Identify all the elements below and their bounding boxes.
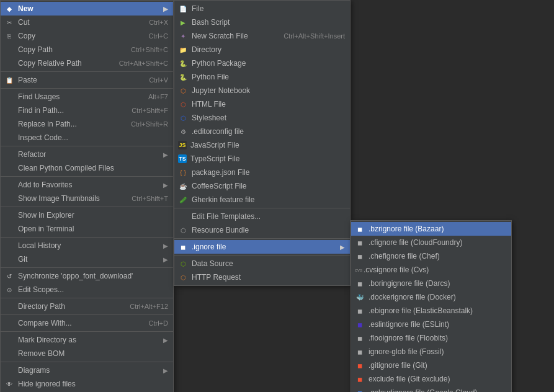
menu-copy-rel-path[interactable]: Copy Relative Path Ctrl+Alt+Shift+C	[1, 56, 173, 70]
l2-data-source[interactable]: ⬡ Data Source	[174, 257, 350, 270]
hide-ignored-icon: 👁	[4, 379, 14, 389]
new-icon: ◆	[4, 4, 14, 14]
sync-icon: ↺	[4, 271, 14, 281]
l2-package-json[interactable]: { } package.json File	[174, 166, 350, 179]
mark-dir-icon	[4, 335, 14, 345]
file-icon: 📄	[178, 4, 188, 14]
l3-dockerignore[interactable]: 🐳 .dockerignore file (Docker)	[351, 290, 511, 304]
refactor-icon	[4, 149, 14, 159]
glob-icon: ◼	[355, 347, 365, 357]
replace-icon	[4, 119, 14, 129]
l2-editorconfig[interactable]: ⚙ .editorconfig file	[174, 125, 350, 138]
l2-typescript[interactable]: TS TypeScript File	[174, 152, 350, 166]
menu-open-terminal[interactable]: Open in Terminal	[1, 222, 173, 236]
menu-hide-ignored[interactable]: 👁 Hide ignored files	[1, 377, 173, 391]
edit-templates-icon	[178, 212, 188, 221]
l2-edit-templates[interactable]: Edit File Templates...	[174, 210, 350, 223]
menu-compare-with[interactable]: Compare With... Ctrl+D	[1, 316, 173, 330]
l2-coffeescript[interactable]: ☕ CoffeeScript File	[174, 179, 350, 193]
l2-http-request[interactable]: ⬡ HTTP Request	[174, 270, 350, 284]
http-icon: ⬡	[178, 272, 188, 282]
l3-ignore-glob[interactable]: ◼ ignore-glob file (Fossil)	[351, 345, 511, 359]
menu-new-header[interactable]: ◆ New ▶	[1, 2, 173, 16]
l2-javascript[interactable]: JS JavaScript File	[174, 138, 350, 152]
favorites-arrow: ▶	[163, 182, 168, 189]
boring-icon: ◼	[355, 278, 365, 288]
l3-git-exclude[interactable]: ◼ exclude file (Git exclude)	[351, 372, 511, 386]
find-usages-icon	[4, 92, 14, 102]
context-menu: ◆ New ▶ ✂ Cut Ctrl+X ⎘ Copy Ctrl+C Copy …	[0, 0, 174, 392]
menu-edit-scopes[interactable]: ⊙ Edit Scopes...	[1, 283, 173, 296]
l3-bzrignore[interactable]: ◼ .bzrignore file (Bazaar)	[351, 222, 511, 236]
l2-python-file[interactable]: 🐍 Python File	[174, 70, 350, 84]
eb-icon: ◼	[355, 306, 365, 316]
l2-file[interactable]: 📄 File	[174, 2, 350, 16]
coffee-icon: ☕	[178, 181, 188, 191]
l3-flooignore[interactable]: ◼ .flooignore file (Floobits)	[351, 331, 511, 345]
menu-remove-bom[interactable]: Remove BOM	[1, 347, 173, 360]
menu-git[interactable]: Git ▶	[1, 252, 173, 266]
menu-replace-in-path[interactable]: Replace in Path... Ctrl+Shift+R	[1, 117, 173, 131]
menu-diagrams[interactable]: Diagrams ▶	[1, 363, 173, 377]
bash-icon: ▶	[178, 17, 188, 27]
menu-directory-path[interactable]: Directory Path Ctrl+Alt+F12	[1, 300, 173, 313]
menu-show-thumbnails[interactable]: Show Image Thumbnails Ctrl+Shift+T	[1, 192, 173, 205]
resource-icon: ⬡	[178, 225, 188, 235]
menu-cut[interactable]: ✂ Cut Ctrl+X	[1, 16, 173, 29]
menu-paste[interactable]: 📋 Paste Ctrl+V	[1, 73, 173, 87]
l3-gitignore[interactable]: ◼ .gitignore file (Git)	[351, 359, 511, 372]
l2-bash[interactable]: ▶ Bash Script	[174, 16, 350, 29]
l2-scratch[interactable]: ✦ New Scratch File Ctrl+Alt+Shift+Insert	[174, 29, 350, 43]
menu-clean-python[interactable]: Clean Python Compiled Files	[1, 161, 173, 175]
menu-copy-path[interactable]: Copy Path Ctrl+Shift+C	[1, 43, 173, 56]
find-path-icon	[4, 105, 14, 115]
menu-synchronize[interactable]: ↺ Synchronize 'oppo_font_download'	[1, 269, 173, 283]
menu-inspect-code[interactable]: Inspect Code...	[1, 131, 173, 145]
l3-eslintignore[interactable]: ◼ .eslintignore file (ESLint)	[351, 318, 511, 331]
datasource-icon: ⬡	[178, 259, 188, 269]
git-icon	[4, 254, 14, 264]
l3-ebignore[interactable]: ◼ .ebignore file (ElasticBeanstalk)	[351, 304, 511, 318]
chef-icon: ◼	[355, 251, 365, 261]
l2-ignore-file[interactable]: ◼ .ignore file ▶	[174, 240, 350, 254]
menu-mark-directory[interactable]: Mark Directory as ▶	[1, 333, 173, 347]
scratch-icon: ✦	[178, 31, 188, 41]
l3-chefignore[interactable]: ◼ .chefignore file (Chef)	[351, 249, 511, 263]
l3-boringignore[interactable]: ◼ .boringignore file (Darcs)	[351, 277, 511, 290]
clean-icon	[4, 163, 14, 173]
l3-cvsignore[interactable]: cvs .cvsignore file (Cvs)	[351, 263, 511, 277]
l2-stylesheet[interactable]: ⬡ Stylesheet	[174, 111, 350, 125]
menu-refactor[interactable]: Refactor ▶	[1, 148, 173, 161]
history-icon	[4, 241, 14, 251]
l3-cfignore[interactable]: ◼ .cfignore file (CloudFoundry)	[351, 236, 511, 249]
cut-icon: ✂	[4, 17, 14, 27]
favorites-icon	[4, 180, 14, 190]
copy-path-icon	[4, 45, 14, 55]
new-arrow: ▶	[163, 6, 168, 12]
floo-icon: ◼	[355, 333, 365, 343]
ignore-icon: ◼	[178, 242, 188, 252]
menu-copy[interactable]: ⎘ Copy Ctrl+C	[1, 29, 173, 43]
jupyter-icon: ⬡	[178, 86, 188, 96]
menu-level1: ◆ New ▶ ✂ Cut Ctrl+X ⎘ Copy Ctrl+C Copy …	[0, 0, 174, 392]
bzr-icon: ◼	[355, 224, 365, 234]
menu-local-history[interactable]: Local History ▶	[1, 239, 173, 252]
l2-python-package[interactable]: 🐍 Python Package	[174, 56, 350, 70]
menu-find-usages[interactable]: Find Usages Alt+F7	[1, 90, 173, 104]
remove-bom-icon	[4, 349, 14, 359]
l2-directory[interactable]: 📁 Directory	[174, 43, 350, 56]
menu-add-favorites[interactable]: Add to Favorites ▶	[1, 178, 173, 192]
git-arrow: ▶	[163, 256, 168, 263]
l2-gherkin[interactable]: 🥒 Gherkin feature file	[174, 193, 350, 207]
l3-gcloudignore[interactable]: ◼ .gcloudignore file (Google Cloud)	[351, 386, 511, 392]
menu-find-in-path[interactable]: Find in Path... Ctrl+Shift+F	[1, 104, 173, 117]
python-pkg-icon: 🐍	[178, 58, 188, 68]
menu-show-explorer[interactable]: Show in Explorer	[1, 208, 173, 222]
ignore-arrow: ▶	[340, 244, 345, 251]
menu-level2: 📄 File ▶ Bash Script ✦ New Scratch File …	[174, 0, 351, 286]
l2-html[interactable]: ⬡ HTML File	[174, 97, 350, 111]
eslint-icon: ◼	[355, 319, 365, 329]
menu-level3: ◼ .bzrignore file (Bazaar) ◼ .cfignore f…	[351, 220, 512, 392]
l2-resource-bundle[interactable]: ⬡ Resource Bundle	[174, 223, 350, 237]
l2-jupyter[interactable]: ⬡ Jupyter Notebook	[174, 84, 350, 97]
